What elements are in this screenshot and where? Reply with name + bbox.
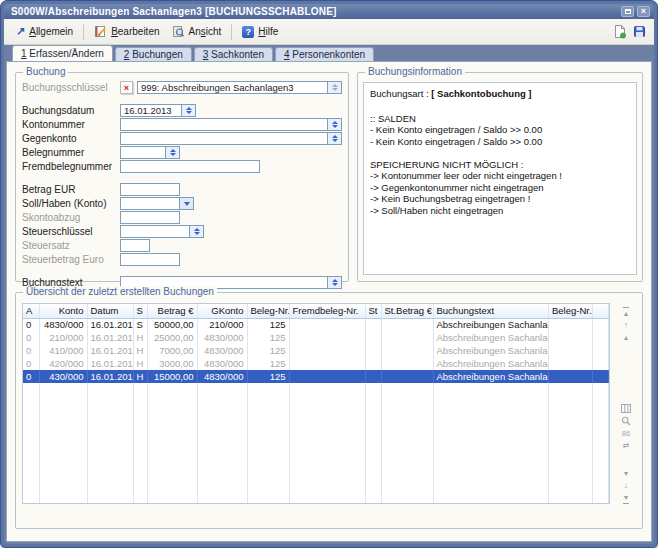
empty-cell: [87, 422, 133, 435]
buchungstext-spinner-button[interactable]: [328, 276, 342, 289]
save-button[interactable]: [633, 25, 646, 38]
kontonummer-spinner-button[interactable]: [328, 118, 342, 131]
belegnummer-input[interactable]: [120, 146, 166, 159]
column-header[interactable]: St: [365, 304, 381, 318]
buchungsschluessel-spinner-button[interactable]: [328, 81, 342, 94]
gegenkonto-input[interactable]: [120, 132, 328, 145]
empty-cell: [133, 487, 147, 500]
belegnummer-spinner-button[interactable]: [166, 146, 180, 159]
table-row[interactable]: 0410/00016.01.2013H7000,004830/000125Abs…: [23, 344, 609, 357]
column-header[interactable]: Beleg-Nr.: [247, 304, 289, 318]
nav-group-top: ▲ ↑ ▴: [623, 307, 630, 342]
row-up-icon[interactable]: ↑: [624, 321, 629, 330]
column-header[interactable]: GKonto: [197, 304, 247, 318]
field-row-kontonummer: Kontonummer: [22, 118, 342, 131]
scroll-to-top-icon[interactable]: ▲: [623, 307, 630, 318]
tab-personenkonten[interactable]: 4 Personenkonten: [275, 47, 374, 61]
table-row[interactable]: 0420/00016.01.2013H3000,004830/000125Abs…: [23, 357, 609, 370]
cell: [381, 331, 433, 344]
page-down-icon[interactable]: ▾: [624, 469, 628, 478]
empty-cell: [39, 461, 87, 474]
search-icon[interactable]: [621, 416, 631, 426]
kontonummer-label: Kontonummer: [22, 119, 120, 130]
empty-cell: [247, 422, 289, 435]
row-down-icon[interactable]: ↓: [624, 481, 629, 490]
table-row[interactable]: 0430/00016.01.2013H15000,004830/000125Ab…: [23, 370, 609, 383]
table-row[interactable]: 04830/00016.01.2013S50000,00210/000125Ab…: [23, 318, 609, 331]
steuersatz-input[interactable]: [120, 239, 150, 252]
column-header[interactable]: Konto: [39, 304, 87, 318]
menu-allgemein[interactable]: ↗ Allgemein: [10, 24, 79, 39]
column-header[interactable]: Beleg-Nr.2: [549, 304, 593, 318]
refresh-icon[interactable]: ⇄: [623, 441, 630, 450]
buchungsdatum-input[interactable]: [120, 104, 182, 117]
steuerbetrag-euro-input[interactable]: [120, 253, 180, 266]
cell: [365, 370, 381, 383]
empty-cell: [23, 383, 39, 396]
cell: 0: [23, 331, 39, 344]
buchungsschluessel-control: ×: [120, 81, 342, 94]
column-header[interactable]: St.Betrag €: [381, 304, 433, 318]
tab-buchungen[interactable]: 2 Buchungen: [115, 47, 192, 61]
empty-cell: [39, 383, 87, 396]
menu-hilfe[interactable]: ? Hilfe: [236, 24, 284, 40]
cell: H: [133, 357, 147, 370]
column-header[interactable]: Betrag €: [147, 304, 197, 318]
restore-button[interactable]: [621, 6, 634, 17]
column-header[interactable]: A: [23, 304, 39, 318]
column-header[interactable]: S: [133, 304, 147, 318]
buchungsschluessel-label: Buchungsschlüssel: [22, 82, 120, 93]
gegenkonto-spinner-button[interactable]: [328, 132, 342, 145]
records-count-icon[interactable]: 86: [622, 429, 630, 438]
soll-haben-konto-input[interactable]: [120, 197, 180, 210]
cell: Abschreibungen Sachanlagen: [433, 344, 549, 357]
menu-ansicht[interactable]: Ansicht: [166, 23, 228, 40]
fremdbelegnummer-input[interactable]: [120, 160, 260, 173]
cell: 16.01.2013: [87, 344, 133, 357]
empty-cell: [433, 396, 549, 409]
empty-cell: [433, 500, 549, 504]
tab-sachkonten[interactable]: 3 Sachkonten: [194, 47, 273, 61]
bookings-table-head: AKontoDatumSBetrag €GKontoBeleg-Nr.Fremd…: [23, 304, 609, 318]
cell: Abschreibungen Sachanlagen: [433, 357, 549, 370]
page-up-icon[interactable]: ▴: [624, 333, 628, 342]
empty-cell: [365, 435, 381, 448]
betrag-eur-input[interactable]: [120, 183, 180, 196]
cell: 25000,00: [147, 331, 197, 344]
scroll-to-bottom-icon[interactable]: ▼: [623, 493, 630, 504]
titlebar[interactable]: S000W/Abschreibungen Sachanlagen3 [BUCHU…: [4, 4, 654, 19]
kontonummer-control: [120, 118, 342, 131]
close-button[interactable]: ×: [637, 6, 650, 17]
column-header[interactable]: Datum: [87, 304, 133, 318]
column-header[interactable]: Fremdbeleg-Nr.: [289, 304, 365, 318]
column-header[interactable]: Buchungstext: [433, 304, 549, 318]
buchungsschluessel-input[interactable]: [137, 81, 328, 94]
cell: S: [133, 318, 147, 331]
toolbar-separator: [231, 24, 232, 40]
empty-cell: [247, 448, 289, 461]
new-document-button[interactable]: [613, 24, 627, 39]
clear-field-button[interactable]: ×: [120, 81, 133, 94]
grid-view-icon[interactable]: [621, 404, 631, 413]
steuerschluessel-spinner-button[interactable]: [190, 225, 204, 238]
steuerschluessel-input[interactable]: [120, 225, 190, 238]
empty-cell: [39, 435, 87, 448]
empty-cell: [133, 383, 147, 396]
empty-cell: [197, 461, 247, 474]
skontoabzug-input[interactable]: [120, 211, 180, 224]
empty-cell: [365, 396, 381, 409]
buchungsdatum-spinner-button[interactable]: [182, 104, 196, 117]
tab-erfassen-aendern[interactable]: 1 Erfassen/Ändern: [12, 45, 113, 61]
info-line: :: SALDEN: [370, 113, 630, 125]
menu-bearbeiten[interactable]: Bearbeiten: [88, 23, 165, 40]
window-title: S000W/Abschreibungen Sachanlagen3 [BUCHU…: [11, 6, 618, 17]
column-header[interactable]: [593, 304, 609, 318]
kontonummer-input[interactable]: [120, 118, 328, 131]
empty-cell: [365, 487, 381, 500]
soll-haben-konto-dropdown-button[interactable]: [180, 197, 194, 210]
table-row[interactable]: 0210/00016.01.2013H25000,004830/000125Ab…: [23, 331, 609, 344]
empty-cell: [381, 422, 433, 435]
steuersatz-control: [120, 239, 342, 252]
cell: 3000,00: [147, 357, 197, 370]
empty-cell: [593, 487, 609, 500]
